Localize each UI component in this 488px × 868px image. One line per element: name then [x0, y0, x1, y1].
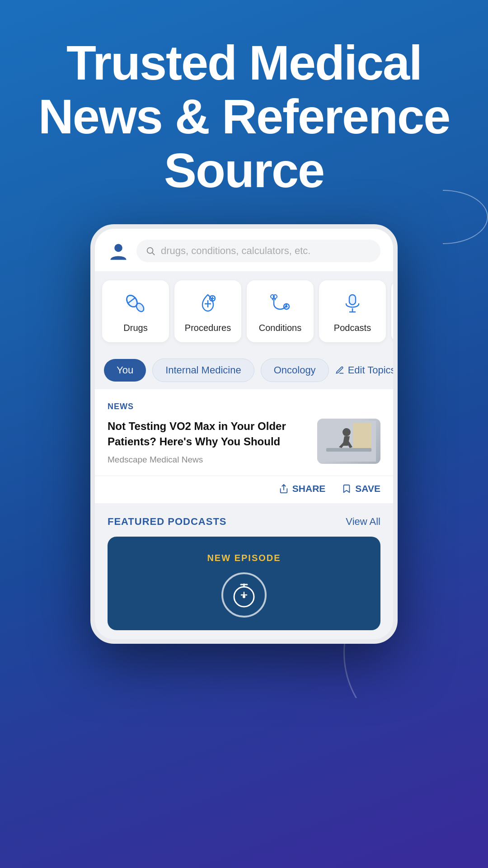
news-text-block: Not Testing VO2 Max in Your Older Patien…: [108, 419, 308, 464]
topic-filters: You Internal Medicine Oncology Edit Topi…: [95, 351, 393, 389]
microphone-icon: [340, 291, 365, 316]
podcasts-label: Podcasts: [334, 323, 371, 333]
svg-point-0: [114, 244, 122, 252]
svg-rect-22: [326, 448, 371, 452]
svg-point-1: [147, 248, 153, 254]
news-content: Not Testing VO2 Max in Your Older Patien…: [108, 419, 380, 475]
procedures-icon: [195, 291, 221, 316]
category-podcasts[interactable]: Podcasts: [319, 280, 386, 342]
topic-pill-oncology[interactable]: Oncology: [261, 359, 329, 382]
search-input[interactable]: drugs, conditions, calculators, etc.: [136, 240, 380, 262]
news-section-label: NEWS: [108, 402, 380, 411]
decorative-curve-bottom: [343, 644, 488, 698]
stopwatch-icon: [230, 580, 258, 609]
bookmark-icon: [342, 484, 352, 494]
pencil-icon: [335, 366, 344, 375]
share-icon: [279, 484, 289, 494]
category-drugs[interactable]: Drugs: [102, 280, 169, 342]
bottom-decoration: [0, 644, 488, 698]
featured-header: FEATURED PODCASTS View All: [108, 516, 380, 528]
news-thumbnail[interactable]: [317, 419, 380, 464]
search-placeholder-text: drugs, conditions, calculators, etc.: [161, 245, 310, 257]
topic-pill-you[interactable]: You: [104, 359, 146, 382]
svg-point-31: [243, 595, 245, 598]
news-actions: SHARE SAVE: [95, 476, 393, 503]
conditions-label: Conditions: [259, 323, 302, 333]
podcast-icon-circle: [221, 572, 267, 618]
edit-topics-button[interactable]: Edit Topics: [335, 364, 393, 376]
search-bar-area: drugs, conditions, calculators, etc.: [95, 229, 393, 271]
svg-point-24: [343, 428, 351, 436]
news-thumbnail-image: [317, 419, 380, 464]
search-icon: [145, 246, 155, 256]
svg-point-17: [286, 306, 288, 308]
svg-rect-23: [353, 423, 371, 448]
news-card: NEWS Not Testing VO2 Max in Your Older P…: [95, 389, 393, 475]
phone-screen: drugs, conditions, calculators, etc. Dru…: [95, 229, 393, 639]
hero-title: Trusted Medical News & Reference Source: [27, 36, 461, 197]
svg-line-2: [152, 253, 155, 255]
user-avatar[interactable]: [108, 240, 129, 262]
drugs-label: Drugs: [123, 323, 147, 333]
save-button[interactable]: SAVE: [342, 483, 380, 494]
featured-label: FEATURED PODCASTS: [108, 516, 227, 528]
news-article-title[interactable]: Not Testing VO2 Max in Your Older Patien…: [108, 419, 308, 449]
news-source: Medscape Medical News: [108, 455, 308, 465]
hero-section: Trusted Medical News & Reference Source: [0, 0, 488, 224]
featured-podcasts-section: FEATURED PODCASTS View All NEW EPISODE: [95, 503, 393, 639]
category-procedures[interactable]: Procedures: [174, 280, 241, 342]
stethoscope-icon: [267, 291, 293, 316]
pills-icon: [123, 291, 148, 316]
podcast-card[interactable]: NEW EPISODE: [108, 537, 380, 630]
new-episode-badge: NEW EPISODE: [207, 553, 281, 563]
phone-mockup-wrapper: drugs, conditions, calculators, etc. Dru…: [0, 224, 488, 643]
category-more-partial: [391, 280, 393, 342]
category-conditions[interactable]: Conditions: [247, 280, 314, 342]
phone-mockup: drugs, conditions, calculators, etc. Dru…: [90, 224, 398, 643]
edit-topics-label: Edit Topics: [348, 364, 393, 376]
save-label: SAVE: [355, 483, 380, 494]
view-all-button[interactable]: View All: [346, 516, 380, 528]
categories-row: Drugs Procedures: [95, 271, 393, 351]
topic-pill-internal-medicine[interactable]: Internal Medicine: [152, 359, 254, 382]
svg-rect-18: [349, 295, 356, 305]
share-button[interactable]: SHARE: [279, 483, 326, 494]
procedures-label: Procedures: [185, 323, 231, 333]
thumbnail-illustration: [322, 421, 376, 462]
share-label: SHARE: [292, 483, 326, 494]
